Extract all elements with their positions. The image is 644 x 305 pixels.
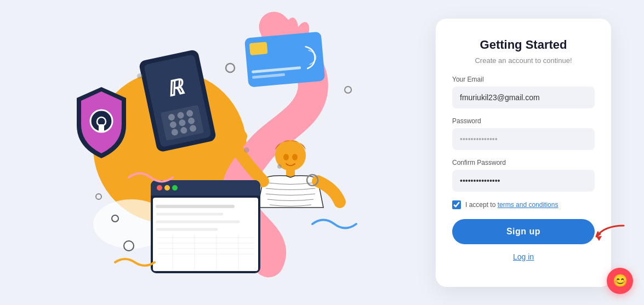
confirm-password-input[interactable] xyxy=(452,170,595,192)
svg-point-50 xyxy=(345,87,351,93)
form-subtitle: Create an account to continue! xyxy=(452,56,595,65)
chat-icon: 😊 xyxy=(613,274,628,288)
svg-point-28 xyxy=(292,154,298,160)
signup-container: Sign up xyxy=(452,219,595,252)
svg-point-49 xyxy=(226,64,235,72)
password-input[interactable] xyxy=(452,128,595,150)
login-link[interactable]: Log in xyxy=(513,252,534,261)
svg-rect-36 xyxy=(153,198,258,271)
arrow-indicator xyxy=(594,223,626,248)
svg-rect-23 xyxy=(249,42,268,55)
svg-rect-22 xyxy=(244,31,325,87)
form-card: Getting Started Create an account to con… xyxy=(436,19,611,287)
svg-point-33 xyxy=(157,185,162,191)
svg-point-57 xyxy=(137,73,143,79)
chat-bubble-button[interactable]: 😊 xyxy=(607,268,633,294)
svg-point-56 xyxy=(277,164,282,169)
svg-point-34 xyxy=(164,185,170,191)
email-group: Your Email xyxy=(452,76,595,108)
terms-link[interactable]: terms and conditions xyxy=(498,201,558,209)
confirm-password-group: Confirm Password xyxy=(452,159,595,192)
email-input[interactable] xyxy=(452,87,595,108)
password-label: Password xyxy=(452,117,595,125)
signup-button[interactable]: Sign up xyxy=(452,219,595,244)
confirm-password-label: Confirm Password xyxy=(452,159,595,166)
password-group: Password xyxy=(452,117,595,150)
illustration-area: ℝ xyxy=(44,10,384,295)
svg-point-35 xyxy=(172,185,178,191)
svg-point-54 xyxy=(96,194,101,199)
illustration-svg: ℝ xyxy=(44,10,384,295)
terms-text: I accept to terms and conditions xyxy=(465,201,558,209)
page-wrapper: ℝ xyxy=(0,0,644,305)
login-link-wrapper: Log in xyxy=(452,252,595,262)
email-label: Your Email xyxy=(452,76,595,83)
svg-point-55 xyxy=(244,147,249,153)
svg-marker-58 xyxy=(596,236,602,241)
svg-point-27 xyxy=(283,154,289,160)
terms-row: I accept to terms and conditions xyxy=(452,200,595,209)
form-title: Getting Started xyxy=(452,38,595,52)
terms-checkbox[interactable] xyxy=(452,200,461,209)
